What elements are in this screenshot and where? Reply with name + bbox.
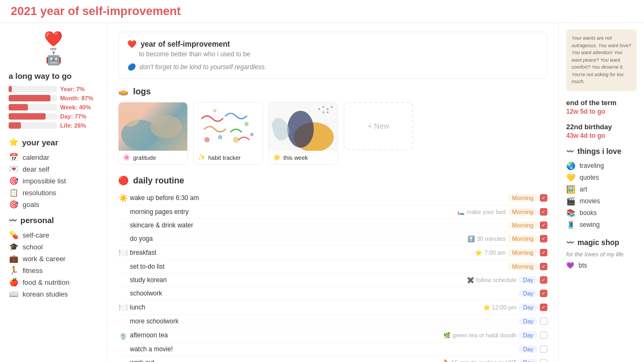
routine-checkbox[interactable]: ✓ (540, 208, 547, 216)
movies-icon: 🎬 (566, 197, 575, 205)
progress-subtitle: a long way to go (9, 71, 98, 80)
routine-tag: Morning (508, 221, 538, 229)
routine-checkbox[interactable]: ✓ (540, 249, 547, 256)
sidebar-item-self-care[interactable]: 💊self-care (9, 229, 98, 241)
quotes-icon: 💛 (566, 173, 575, 182)
nav-icon: 🎯 (9, 176, 18, 185)
routine-row: 🍵 afternoon tea 🌿 green tea or haldi doo… (118, 328, 547, 343)
routine-tag: Day (518, 304, 538, 311)
routine-checkbox[interactable] (540, 331, 547, 339)
habit-text: habit tracker (208, 154, 241, 161)
goal-subtitle: to become better than who i used to be (127, 50, 538, 58)
sidebar-item-goals[interactable]: 🎯goals (9, 198, 98, 210)
nav-label: work & career (23, 255, 65, 263)
routine-tag: Day (518, 331, 538, 339)
things-wave-icon: 〰️ (566, 147, 574, 155)
routine-tag: Day (518, 276, 538, 284)
routine-task: watch a movie! (130, 345, 514, 353)
progress-bar-bg (9, 95, 57, 101)
logs-section-title: 🥧 logs (118, 86, 547, 97)
countdown-term: end of the term 12w 5d to go (566, 99, 636, 115)
love-item-traveling[interactable]: 🌏 traveling (566, 160, 636, 172)
progress-section: Year: 7% Month: 87% Week: 40% Day: 77% L… (9, 86, 98, 129)
routine-checkbox[interactable]: ✓ (540, 263, 547, 270)
love-item-quotes[interactable]: 💛 quotes (566, 172, 636, 183)
love-item-books[interactable]: 📚 books (566, 207, 636, 219)
sidebar-item-korean-studies[interactable]: 📖korean studies (9, 288, 98, 300)
svg-point-7 (245, 122, 249, 126)
habit-icon: ✨ (198, 154, 206, 161)
svg-point-2 (119, 110, 140, 127)
nav-icon: 🍎 (9, 278, 18, 286)
routine-checkbox[interactable]: ✓ (540, 194, 547, 202)
log-card-label-2: ✨ habit tracker (194, 151, 262, 164)
routine-tag: Morning (508, 194, 538, 202)
sidebar-item-impossible-list[interactable]: 🎯impossible list (9, 175, 98, 187)
log-card-week[interactable]: 🌟 this week (268, 102, 338, 165)
sewing-icon: 🧵 (566, 220, 575, 229)
sidebar-item-work-&-career[interactable]: 💼work & career (9, 253, 98, 264)
routine-checkbox[interactable]: ✓ (540, 290, 547, 297)
sidebar-item-school[interactable]: 🎓school (9, 241, 98, 253)
sidebar-item-calendar[interactable]: 📅calendar (9, 151, 98, 163)
your-year-title: your year (22, 138, 58, 147)
routine-row: set to-do list Morning ✓ (118, 260, 547, 274)
log-card-gratitude[interactable]: 🌸 gratitude (118, 102, 188, 165)
your-year-header: ⭐ your year (9, 137, 98, 147)
personal-wave-icon: 〰️ (9, 216, 17, 224)
routine-checkbox[interactable]: ✓ (540, 235, 547, 242)
magic-shop-bts[interactable]: 💜 bts (566, 262, 636, 269)
routine-checkbox[interactable]: ✓ (540, 304, 547, 311)
goal-box: ❤️ year of self-improvement to become be… (118, 32, 547, 79)
routine-row: work out 🚴 15 minute cycling or HIIT Day (118, 356, 547, 362)
routine-title: daily routine (133, 176, 184, 186)
progress-bar-bg (9, 86, 57, 92)
nav-label: fitness (23, 267, 43, 275)
routine-note: ✖️ follow schedule (467, 277, 516, 284)
routine-note: ⭐ 7:00 am (475, 249, 506, 256)
avatar-figure: ❤️ 👓 🤖 (44, 32, 63, 65)
svg-point-14 (331, 106, 333, 108)
routine-task: more schoolwork (130, 317, 514, 325)
progress-label: Year: 7% (60, 86, 85, 92)
reminder-text: don't forget to be kind to yourself rega… (140, 63, 266, 71)
nav-icon: 💊 (9, 231, 18, 239)
countdown-term-value: 12w 5d (566, 108, 588, 115)
page: 2021 year of self-improvement ❤️ 👓 🤖 a l… (0, 0, 644, 362)
routine-checkbox[interactable] (540, 359, 547, 362)
progress-bar-bg (9, 113, 57, 120)
love-item-art[interactable]: 🖼️ art (566, 183, 636, 195)
love-item-movies[interactable]: 🎬 movies (566, 195, 636, 207)
routine-note: ⬆️ 30 minutes (467, 235, 506, 242)
things-i-love-title: things i love (577, 147, 621, 156)
logs-title: logs (133, 87, 151, 97)
sidebar-item-fitness[interactable]: 🏃fitness (9, 264, 98, 276)
goal-reminder: 🔵 don't forget to be kind to yourself re… (127, 63, 538, 71)
routine-note: ⭐ 12:00 pm (483, 304, 517, 311)
add-new-card[interactable]: + New (343, 102, 413, 150)
routine-checkbox[interactable]: ✓ (540, 221, 547, 229)
routine-checkbox[interactable]: ✓ (540, 276, 547, 284)
love-item-sewing[interactable]: 🧵 sewing (566, 219, 636, 231)
routine-tag: Day (518, 359, 538, 362)
nav-label: korean studies (23, 290, 68, 298)
page-title: 2021 year of self-improvement (11, 4, 181, 18)
sidebar-item-food-&-nutrition[interactable]: 🍎food & nutrition (9, 276, 98, 288)
countdown-term-label: end of the term (566, 99, 636, 107)
progress-bar-fill (9, 86, 12, 92)
logs-grid: 🌸 gratitude (118, 102, 547, 165)
routine-row: watch a movie! Day (118, 343, 547, 356)
nav-label: school (23, 243, 43, 251)
sidebar-item-dear-self[interactable]: 💌dear self (9, 163, 98, 175)
sidebar-item-resolutions[interactable]: 📋resolutions (9, 187, 98, 198)
traveling-label: traveling (580, 162, 604, 169)
bts-label: bts (579, 262, 587, 269)
svg-point-6 (250, 133, 253, 136)
routine-checkbox[interactable] (540, 345, 547, 353)
quote-text: Your wants are not outrageous. You want … (572, 35, 631, 84)
routine-checkbox[interactable] (540, 317, 547, 325)
log-card-habit[interactable]: ✨ habit tracker (193, 102, 263, 165)
countdown-birthday-value: 43w 4d (566, 132, 588, 139)
left-sidebar: ❤️ 👓 🤖 a long way to go Year: 7% Month: … (0, 23, 107, 362)
bts-icon: 💜 (566, 262, 574, 269)
